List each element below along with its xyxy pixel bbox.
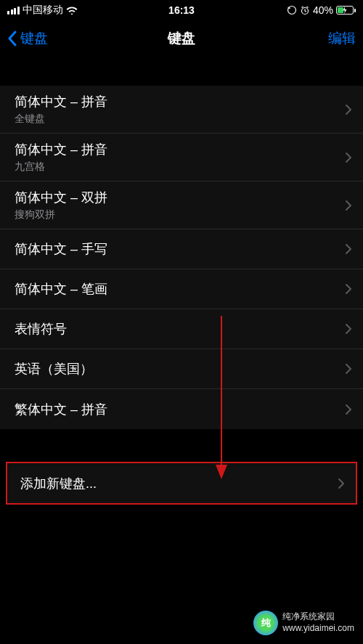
- nav-bar: 键盘 键盘 编辑: [0, 20, 363, 57]
- page-title: 键盘: [168, 29, 195, 48]
- keyboard-list-item[interactable]: 表情符号: [0, 309, 363, 349]
- chevron-right-icon: [345, 243, 352, 255]
- chevron-right-icon: [345, 104, 352, 115]
- keyboard-subtitle: 全键盘: [15, 113, 107, 126]
- battery-percent: 40%: [313, 4, 333, 16]
- watermark-line2: www.yidaimei.com: [282, 623, 354, 635]
- add-keyboard-button[interactable]: 添加新键盘...: [7, 463, 356, 503]
- back-label: 键盘: [20, 29, 48, 48]
- chevron-right-icon: [345, 404, 352, 415]
- keyboard-title: 简体中文 – 拼音: [15, 93, 107, 110]
- svg-point-0: [287, 7, 295, 15]
- keyboard-title: 简体中文 – 笔画: [15, 280, 107, 298]
- keyboard-list-item[interactable]: 简体中文 – 笔画: [0, 269, 363, 309]
- chevron-right-icon: [345, 363, 352, 375]
- chevron-right-icon: [345, 152, 352, 163]
- keyboard-subtitle: 搜狗双拼: [15, 208, 107, 221]
- alarm-icon: [300, 5, 310, 15]
- keyboard-list-item[interactable]: 简体中文 – 手写: [0, 229, 363, 269]
- keyboard-list-item[interactable]: 简体中文 – 双拼搜狗双拼: [0, 182, 363, 229]
- keyboard-title: 简体中文 – 手写: [15, 240, 107, 258]
- watermark-logo: 纯: [253, 611, 278, 635]
- chevron-right-icon: [338, 478, 345, 489]
- chevron-right-icon: [345, 283, 352, 295]
- chevron-right-icon: [345, 200, 352, 211]
- content-area: 简体中文 – 拼音全键盘简体中文 – 拼音九宫格简体中文 – 双拼搜狗双拼简体中…: [0, 86, 363, 505]
- watermark: 纯 纯净系统家园 www.yidaimei.com: [253, 611, 354, 635]
- status-right: 40%: [287, 4, 356, 16]
- keyboard-list-item[interactable]: 繁体中文 – 拼音: [0, 389, 363, 429]
- orientation-lock-icon: [287, 5, 297, 15]
- battery-icon: [336, 6, 356, 15]
- add-keyboard-label: 添加新键盘...: [20, 475, 97, 492]
- keyboard-title: 英语（美国）: [15, 360, 93, 378]
- back-button[interactable]: 键盘: [7, 29, 48, 48]
- status-time: 16:13: [168, 4, 195, 16]
- signal-icon: [7, 7, 20, 15]
- add-keyboard-section: 添加新键盘...: [6, 462, 357, 505]
- keyboard-subtitle: 九宫格: [15, 160, 107, 174]
- status-bar: 中国移动 16:13 40%: [0, 0, 363, 20]
- keyboard-list-item[interactable]: 英语（美国）: [0, 349, 363, 389]
- chevron-right-icon: [345, 323, 352, 335]
- carrier-label: 中国移动: [23, 4, 63, 17]
- keyboard-title: 简体中文 – 双拼: [15, 189, 107, 206]
- keyboard-list-item[interactable]: 简体中文 – 拼音九宫格: [0, 134, 363, 182]
- keyboard-list-item[interactable]: 简体中文 – 拼音全键盘: [0, 86, 363, 134]
- keyboard-title: 繁体中文 – 拼音: [15, 401, 107, 418]
- wifi-icon: [66, 6, 78, 15]
- status-left: 中国移动: [7, 4, 78, 17]
- chevron-left-icon: [7, 30, 17, 46]
- edit-button[interactable]: 编辑: [328, 29, 356, 48]
- section-gap: [0, 429, 363, 462]
- keyboard-list: 简体中文 – 拼音全键盘简体中文 – 拼音九宫格简体中文 – 双拼搜狗双拼简体中…: [0, 86, 363, 429]
- keyboard-title: 表情符号: [15, 320, 67, 338]
- keyboard-title: 简体中文 – 拼音: [15, 141, 107, 158]
- watermark-line1: 纯净系统家园: [282, 611, 354, 623]
